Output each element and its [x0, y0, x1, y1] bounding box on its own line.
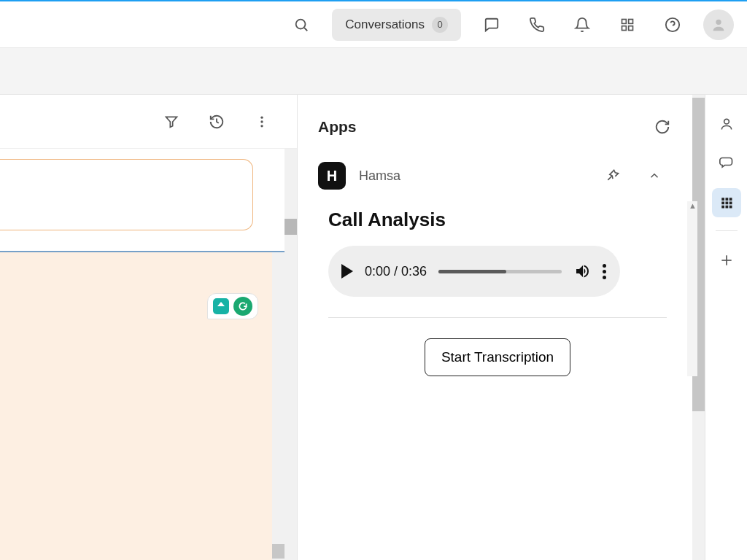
refresh-icon[interactable] — [648, 112, 677, 141]
svg-rect-21 — [721, 206, 724, 209]
svg-rect-18 — [721, 202, 724, 205]
avatar[interactable] — [703, 9, 734, 40]
rail-contact-icon[interactable] — [712, 109, 741, 139]
conversations-label: Conversations — [345, 18, 425, 32]
svg-point-11 — [260, 120, 263, 122]
start-transcription-button[interactable]: Start Transcription — [425, 338, 570, 376]
history-icon[interactable] — [202, 107, 231, 136]
pin-icon[interactable] — [605, 168, 635, 183]
svg-rect-2 — [622, 19, 627, 23]
audio-player: 0:00 / 0:36 — [328, 246, 620, 297]
hamsa-logo-icon: H — [318, 162, 346, 190]
grammarly-icon — [233, 297, 252, 316]
section-title: Call Analysis — [328, 209, 677, 231]
rail-apps-grid-icon[interactable] — [712, 188, 741, 217]
svg-rect-20 — [729, 202, 732, 205]
divider — [328, 317, 667, 318]
grammarly-chip[interactable] — [207, 293, 258, 319]
apps-panel: Apps H Hamsa ▲ Call Analysis 0:00 / 0:36 — [298, 95, 705, 560]
rail-add-icon[interactable] — [712, 246, 741, 275]
bell-icon[interactable] — [568, 10, 597, 39]
conversations-pill[interactable]: Conversations 0 — [332, 9, 461, 41]
scrollbar-track[interactable] — [285, 149, 297, 560]
help-icon[interactable] — [658, 10, 687, 39]
chat-icon[interactable] — [477, 10, 506, 39]
svg-rect-5 — [629, 26, 633, 30]
scrollbar-thumb[interactable] — [272, 544, 285, 559]
apps-panel-title: Apps — [318, 118, 357, 136]
svg-rect-4 — [622, 26, 627, 30]
chevron-up-icon[interactable] — [648, 169, 677, 182]
subheader — [0, 48, 747, 95]
svg-rect-16 — [725, 198, 728, 201]
svg-marker-9 — [166, 117, 177, 127]
left-column — [0, 95, 298, 560]
audio-seek-track[interactable] — [438, 270, 562, 273]
phone-icon[interactable] — [522, 10, 551, 39]
filter-icon[interactable] — [157, 107, 186, 136]
compose-area[interactable] — [0, 251, 285, 560]
svg-rect-23 — [729, 206, 732, 209]
svg-point-10 — [260, 116, 263, 118]
top-nav: Conversations 0 — [0, 1, 747, 48]
app-row-hamsa: H Hamsa — [318, 162, 677, 190]
left-toolbar — [0, 95, 297, 149]
audio-more-icon[interactable] — [603, 264, 607, 279]
app-name-label: Hamsa — [359, 168, 592, 184]
scroll-arrow-up-icon[interactable]: ▲ — [689, 201, 696, 209]
svg-rect-22 — [725, 206, 728, 209]
scrollbar-track[interactable] — [272, 252, 285, 560]
assist-icon — [213, 298, 229, 314]
search-icon[interactable] — [287, 10, 316, 39]
svg-line-13 — [608, 176, 612, 180]
app-body: ▲ Call Analysis 0:00 / 0:36 Start Transc… — [318, 201, 677, 376]
volume-icon[interactable] — [573, 262, 591, 280]
list-item[interactable] — [0, 159, 253, 230]
svg-rect-17 — [729, 198, 732, 201]
scrollbar-track[interactable] — [687, 201, 697, 376]
svg-line-1 — [305, 28, 308, 31]
svg-rect-3 — [629, 19, 633, 23]
conversations-count-badge: 0 — [432, 17, 448, 33]
apps-grid-icon[interactable] — [613, 10, 642, 39]
right-rail — [705, 95, 747, 560]
scrollbar-thumb[interactable] — [285, 219, 297, 235]
more-menu-icon[interactable] — [247, 107, 276, 136]
play-button[interactable] — [341, 264, 353, 279]
audio-time-label: 0:00 / 0:36 — [365, 264, 427, 279]
conversation-list[interactable] — [0, 149, 297, 560]
svg-point-8 — [716, 19, 721, 24]
svg-rect-15 — [721, 198, 724, 201]
rail-conversations-icon[interactable] — [712, 149, 741, 178]
svg-point-14 — [724, 119, 729, 124]
svg-point-0 — [296, 19, 306, 28]
svg-rect-19 — [725, 202, 728, 205]
svg-point-12 — [260, 125, 263, 127]
